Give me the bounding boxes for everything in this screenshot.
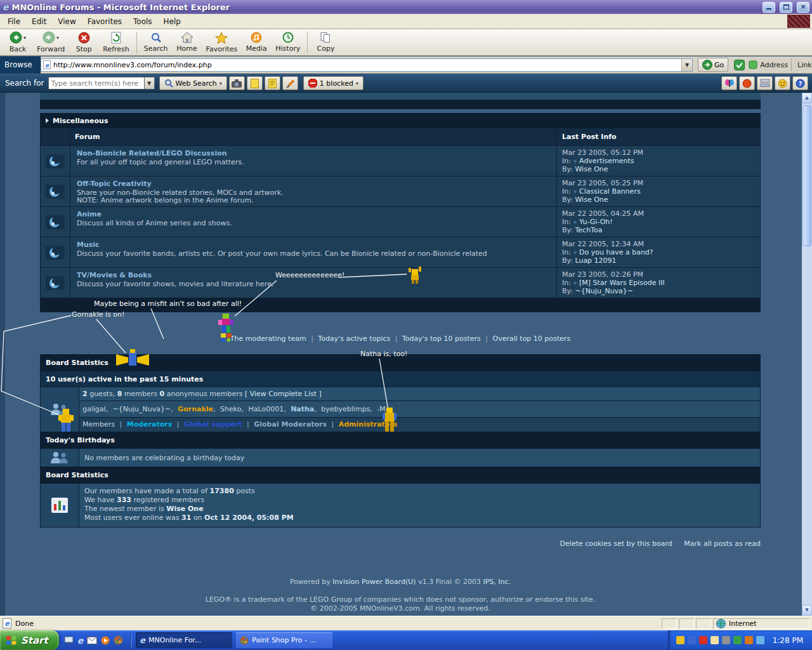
update-icon[interactable] — [710, 636, 719, 644]
web-search-button[interactable]: Web Search ▾ — [159, 76, 227, 90]
group-global-moderators-link[interactable]: Global Moderators — [254, 420, 327, 428]
network-icon[interactable] — [688, 636, 696, 644]
scrollbar-thumb[interactable] — [802, 105, 811, 246]
scheduler-icon[interactable] — [676, 636, 684, 644]
forum-link[interactable]: Anime — [77, 211, 550, 219]
invision-link[interactable]: Invision Power Board(U) — [332, 578, 416, 586]
pen-button[interactable] — [282, 76, 298, 90]
last-poster-link[interactable]: Luap 12091 — [575, 256, 616, 265]
mark-read-link[interactable]: Mark all posts as read — [684, 540, 761, 548]
volume-icon[interactable] — [745, 636, 753, 644]
menu-tools[interactable]: Tools — [128, 15, 158, 29]
taskbar-clock[interactable]: 1:28 PM — [768, 636, 806, 645]
forum-link[interactable]: Music — [77, 241, 550, 249]
member-link[interactable]: Natha — [291, 405, 314, 413]
show-desktop-icon[interactable] — [64, 636, 74, 645]
goto-last-post-icon[interactable]: » — [573, 249, 577, 256]
start-button[interactable]: Start — [0, 630, 59, 650]
task-paint-shop-pro[interactable]: Paint Shop Pro - ... — [236, 632, 332, 648]
group-members-link[interactable]: Members — [82, 420, 115, 428]
goto-last-post-icon[interactable]: » — [573, 157, 577, 164]
menu-favorites[interactable]: Favorites — [82, 15, 128, 29]
forum-link[interactable]: Non-Bionicle Related/LEGO Discussion — [77, 150, 550, 158]
delete-cookies-link[interactable]: Delete cookies set by this board — [560, 540, 672, 548]
last-poster-link[interactable]: Wise One — [575, 196, 608, 204]
view-complete-list-link[interactable]: [ View Complete List ] — [245, 390, 322, 398]
paint-shop-quick-icon[interactable] — [114, 635, 123, 645]
goto-last-post-icon[interactable]: » — [573, 218, 577, 225]
vertical-scrollbar[interactable]: ▲ ▼ — [802, 93, 812, 616]
popup-blocked-button[interactable]: 1 blocked ▾ — [303, 76, 363, 90]
menu-view[interactable]: View — [52, 15, 81, 29]
scroll-up-icon[interactable]: ▲ — [802, 93, 812, 103]
menu-edit[interactable]: Edit — [26, 15, 52, 29]
last-poster-link[interactable]: ~{Nuju_Nuva}~ — [575, 287, 633, 295]
highlight-button[interactable] — [247, 76, 263, 90]
task-mnonline[interactable]: e MNOnline For... — [136, 632, 232, 648]
overall-top-posters-link[interactable]: Overall top 10 posters — [493, 335, 571, 343]
newest-member-link[interactable]: Wise One — [166, 505, 203, 513]
links-zone[interactable]: Links » — [788, 58, 812, 71]
active-topics-link[interactable]: Today's active topics — [318, 335, 390, 343]
back-button[interactable]: ▾ Back — [3, 30, 32, 55]
member-link[interactable]: byebyeblimps — [321, 405, 370, 413]
member-link[interactable]: Gornakle — [178, 405, 213, 413]
search-dropdown-icon[interactable]: ▼ — [145, 77, 155, 90]
search-button[interactable]: Search — [140, 30, 172, 55]
help-icon[interactable]: ? — [792, 76, 808, 90]
member-link[interactable]: Sheko — [220, 405, 241, 413]
display-icon[interactable] — [722, 636, 730, 644]
top-posters-link[interactable]: Today's top 10 posters — [402, 335, 481, 343]
screenshot-button[interactable] — [229, 76, 245, 90]
firewall-icon[interactable] — [756, 636, 764, 644]
mail-icon[interactable] — [87, 637, 97, 644]
plugin-icon[interactable] — [734, 60, 745, 70]
smiley-icon[interactable] — [775, 76, 790, 90]
stop-button[interactable]: Stop — [69, 30, 98, 55]
notes-button[interactable] — [265, 76, 280, 90]
address-dropdown-icon[interactable]: ▼ — [681, 59, 692, 71]
goto-last-post-icon[interactable]: » — [573, 188, 577, 195]
category-header[interactable]: Miscellaneous — [41, 114, 760, 128]
refresh-button[interactable]: Refresh — [99, 30, 133, 55]
moderating-team-link[interactable]: The moderating team — [230, 335, 306, 343]
forward-dropdown-icon[interactable]: ▾ — [56, 35, 59, 41]
last-topic-link[interactable]: Advertisements — [579, 157, 634, 165]
last-topic-link[interactable]: [M] Star Wars Episode III — [579, 279, 665, 287]
last-topic-link[interactable]: Yu-Gi-Oh! — [579, 218, 613, 226]
blocked-dropdown-icon[interactable]: ▾ — [356, 81, 358, 86]
goto-last-post-icon[interactable]: » — [573, 279, 577, 286]
group-global-support-link[interactable]: Global support — [184, 420, 242, 428]
ie-quick-icon[interactable]: e — [77, 635, 84, 646]
copy-button[interactable]: Copy — [311, 30, 340, 55]
search-input[interactable] — [48, 77, 145, 90]
go-button[interactable]: Go — [698, 58, 728, 72]
minimize-button[interactable] — [763, 2, 775, 13]
collapse-arrow-icon[interactable] — [46, 118, 49, 123]
close-button[interactable]: × — [797, 2, 809, 13]
last-topic-link[interactable]: Classical Banners — [579, 187, 641, 196]
last-poster-link[interactable]: Wise One — [575, 165, 608, 173]
antivirus-icon[interactable] — [699, 636, 707, 644]
butterfly-icon[interactable] — [721, 76, 737, 90]
messenger-icon[interactable] — [733, 636, 742, 644]
back-dropdown-icon[interactable]: ▾ — [23, 35, 26, 41]
group-moderators-link[interactable]: Moderators — [127, 420, 172, 428]
favorites-button[interactable]: Favorites — [202, 30, 242, 55]
restore-button[interactable] — [780, 2, 792, 13]
layers-icon[interactable] — [757, 76, 773, 90]
ips-link[interactable]: IPS, Inc. — [483, 578, 511, 586]
last-poster-link[interactable]: TechToa — [575, 226, 602, 234]
member-link[interactable]: ~{Nuju_Nuva}~ — [113, 405, 171, 413]
web-search-dropdown-icon[interactable]: ▾ — [219, 81, 222, 86]
media-button[interactable]: Media — [242, 30, 271, 55]
window-titlebar[interactable]: e MNOnline Forums - Microsoft Internet E… — [0, 0, 812, 14]
address-input[interactable] — [53, 60, 679, 70]
last-topic-link[interactable]: Do you have a band? — [579, 248, 653, 256]
member-link[interactable]: galigal — [82, 405, 106, 413]
forward-button[interactable]: ▾ Forward — [33, 30, 69, 55]
menu-help[interactable]: Help — [158, 15, 187, 29]
media-player-icon[interactable] — [101, 636, 110, 645]
member-link[interactable]: HaLo0001 — [248, 405, 284, 413]
home-button[interactable]: Home — [173, 30, 202, 55]
